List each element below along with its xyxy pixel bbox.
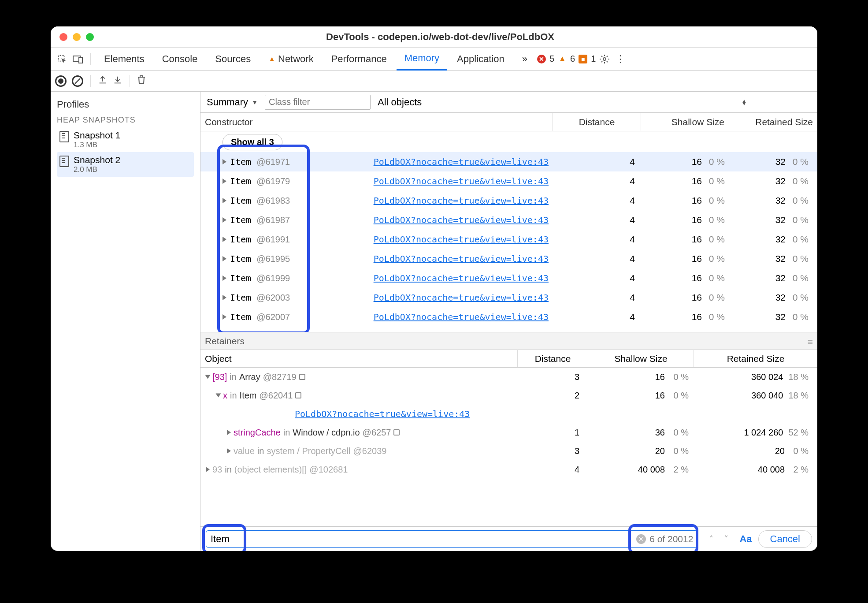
- search-cancel-button[interactable]: Cancel: [758, 530, 812, 548]
- show-all-button[interactable]: Show all 3: [223, 134, 282, 150]
- sort-icon[interactable]: ▲▼: [742, 100, 747, 105]
- retainer-row[interactable]: [93] in Array @82719 3 160 % 360 02418 %: [200, 368, 817, 386]
- table-row[interactable]: Item @61991 PoLdbOX?nocache=true&view=li…: [200, 230, 817, 249]
- inspect-icon[interactable]: [55, 52, 69, 66]
- object-icon: [393, 429, 400, 436]
- search-prev-button[interactable]: ˄: [704, 532, 718, 546]
- error-icon[interactable]: ✕: [537, 55, 546, 63]
- col-retained[interactable]: Retained Size: [729, 113, 817, 131]
- tab-network[interactable]: ▲Network: [260, 48, 322, 71]
- issue-icon[interactable]: ■: [579, 55, 587, 63]
- scope-dropdown[interactable]: All objects: [376, 96, 423, 109]
- cell-shallow: 40 008: [638, 465, 665, 475]
- source-link[interactable]: PoLdbOX?nocache=true&view=live:43: [374, 215, 553, 225]
- retainers-menu-icon[interactable]: ≡: [808, 337, 813, 347]
- device-toggle-icon[interactable]: [71, 52, 85, 66]
- cell-shallow-pct: 0 %: [670, 446, 689, 456]
- snapshot-item[interactable]: Snapshot 2 2.0 MB: [57, 152, 194, 177]
- search-input[interactable]: [211, 533, 633, 545]
- r-col-retained[interactable]: Retained Size: [694, 350, 817, 367]
- issue-count: 1: [591, 54, 596, 64]
- table-row[interactable]: Item @62007 PoLdbOX?nocache=true&view=li…: [200, 307, 817, 327]
- expand-icon[interactable]: [223, 179, 226, 184]
- settings-icon[interactable]: [597, 52, 612, 66]
- table-row[interactable]: Item @61979 PoLdbOX?nocache=true&view=li…: [200, 171, 817, 191]
- warning-icon[interactable]: ▲: [558, 55, 567, 63]
- col-distance[interactable]: Distance: [553, 113, 641, 131]
- tab-elements[interactable]: Elements: [96, 48, 152, 71]
- retainer-row[interactable]: x in Item @62041 2 160 % 360 04018 %: [200, 386, 817, 405]
- expand-icon[interactable]: [227, 430, 231, 435]
- view-dropdown[interactable]: Summary ▼: [205, 96, 260, 109]
- tab-sources[interactable]: Sources: [207, 48, 259, 71]
- search-next-button[interactable]: ˅: [719, 532, 733, 546]
- tabs-overflow[interactable]: »: [514, 48, 535, 71]
- retainer-row[interactable]: value in system / PropertyCell @62039 3 …: [200, 442, 817, 460]
- svg-rect-2: [79, 57, 82, 63]
- cell-shallow: 20: [655, 446, 665, 456]
- cell-shallow: 16: [692, 234, 702, 245]
- col-constructor[interactable]: Constructor: [200, 113, 553, 131]
- more-icon[interactable]: ⋮: [613, 52, 627, 66]
- source-link[interactable]: PoLdbOX?nocache=true&view=live:43: [374, 156, 553, 167]
- source-link[interactable]: PoLdbOX?nocache=true&view=live:43: [374, 176, 553, 186]
- table-row[interactable]: Item @61999 PoLdbOX?nocache=true&view=li…: [200, 268, 817, 288]
- export-icon[interactable]: [98, 75, 108, 87]
- expand-icon[interactable]: [223, 217, 226, 223]
- r-col-distance[interactable]: Distance: [518, 350, 588, 367]
- clear-search-icon[interactable]: ✕: [636, 534, 646, 544]
- table-row[interactable]: Item @61987 PoLdbOX?nocache=true&view=li…: [200, 210, 817, 230]
- source-link[interactable]: PoLdbOX?nocache=true&view=live:43: [374, 312, 553, 322]
- retainers-body: [93] in Array @82719 3 160 % 360 02418 %…: [200, 368, 817, 526]
- table-row[interactable]: Item @61995 PoLdbOX?nocache=true&view=li…: [200, 249, 817, 268]
- retainer-row[interactable]: PoLdbOX?nocache=true&view=live:43: [200, 405, 817, 423]
- snapshot-item[interactable]: Snapshot 1 1.3 MB: [57, 127, 194, 152]
- clear-icon[interactable]: [72, 75, 83, 87]
- import-icon[interactable]: [113, 75, 122, 87]
- tab-application[interactable]: Application: [449, 48, 512, 71]
- table-row[interactable]: Item @61983 PoLdbOX?nocache=true&view=li…: [200, 191, 817, 210]
- expand-icon[interactable]: [223, 159, 226, 164]
- source-link[interactable]: PoLdbOX?nocache=true&view=live:43: [374, 273, 553, 283]
- source-link[interactable]: PoLdbOX?nocache=true&view=live:43: [374, 253, 553, 264]
- source-link[interactable]: PoLdbOX?nocache=true&view=live:43: [295, 409, 470, 419]
- table-row[interactable]: Item @62003 PoLdbOX?nocache=true&view=li…: [200, 288, 817, 307]
- expand-icon[interactable]: [223, 237, 226, 242]
- close-window-icon[interactable]: [59, 33, 67, 41]
- profiles-toolbar: [51, 71, 817, 92]
- cell-retained: 32: [775, 156, 786, 167]
- tab-performance[interactable]: Performance: [323, 48, 395, 71]
- source-link[interactable]: PoLdbOX?nocache=true&view=live:43: [374, 234, 553, 245]
- table-row[interactable]: Item @62011 PoLdbOX?nocache=true&view=li…: [200, 327, 817, 332]
- expand-icon[interactable]: [216, 394, 221, 398]
- table-row[interactable]: Item @61971 PoLdbOX?nocache=true&view=li…: [200, 152, 817, 171]
- minimize-window-icon[interactable]: [73, 33, 81, 41]
- cell-retained: 32: [775, 312, 786, 322]
- match-case-toggle[interactable]: Aa: [739, 533, 752, 545]
- zoom-window-icon[interactable]: [86, 33, 94, 41]
- r-col-object[interactable]: Object: [200, 350, 518, 367]
- source-link[interactable]: PoLdbOX?nocache=true&view=live:43: [374, 195, 553, 206]
- col-shallow[interactable]: Shallow Size: [641, 113, 729, 131]
- cell-retained: 32: [775, 195, 786, 206]
- retainer-row[interactable]: stringCache in Window / cdpn.io @6257 1 …: [200, 423, 817, 442]
- expand-icon[interactable]: [223, 295, 226, 300]
- record-icon[interactable]: [55, 75, 67, 87]
- class-filter-input[interactable]: [265, 95, 371, 110]
- expand-icon[interactable]: [223, 256, 226, 261]
- tab-console[interactable]: Console: [154, 48, 206, 71]
- delete-icon[interactable]: [137, 75, 146, 87]
- expand-icon[interactable]: [223, 198, 226, 203]
- expand-icon[interactable]: [227, 448, 231, 454]
- expand-icon[interactable]: [205, 375, 211, 379]
- cell-retained-pct: 0 %: [790, 176, 809, 186]
- retainer-row[interactable]: 93 in (object elements)[] @102681 4 40 0…: [200, 460, 817, 479]
- tab-memory[interactable]: Memory: [397, 48, 447, 71]
- cell-retained: 32: [775, 273, 786, 283]
- expand-icon[interactable]: [223, 275, 226, 281]
- r-col-shallow[interactable]: Shallow Size: [588, 350, 694, 367]
- source-link[interactable]: PoLdbOX?nocache=true&view=live:43: [374, 331, 553, 332]
- expand-icon[interactable]: [223, 314, 226, 320]
- source-link[interactable]: PoLdbOX?nocache=true&view=live:43: [374, 292, 553, 303]
- expand-icon[interactable]: [206, 467, 210, 472]
